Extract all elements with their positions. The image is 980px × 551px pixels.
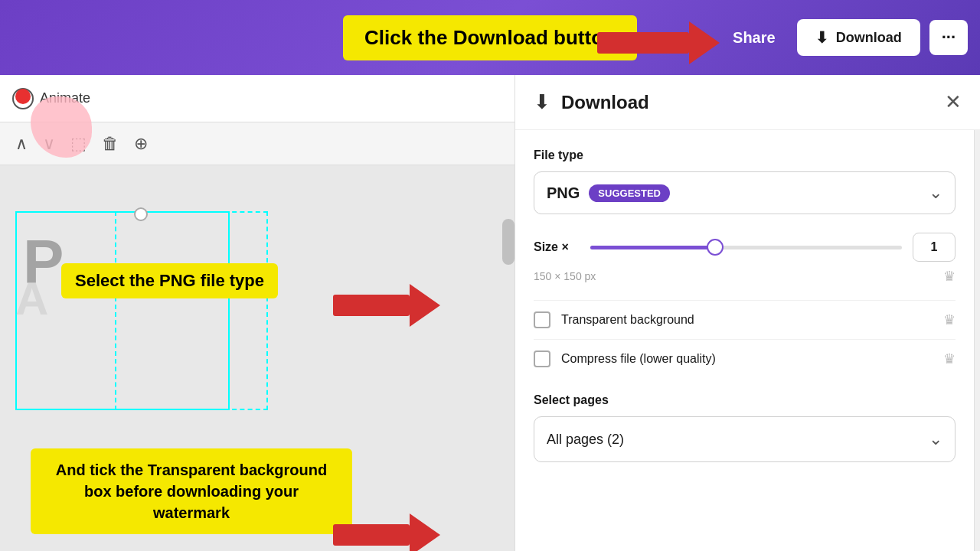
size-slider-track[interactable]: [590, 246, 902, 249]
download-button[interactable]: ⬇ Download: [797, 19, 920, 56]
download-button-label: Download: [836, 30, 902, 46]
compress-crown-icon: ♛: [943, 350, 956, 367]
file-type-label: File type: [534, 148, 956, 162]
slider-thumb[interactable]: [707, 239, 724, 256]
top-red-arrow: [597, 21, 720, 64]
close-icon[interactable]: ✕: [945, 90, 962, 114]
compress-checkbox-row: Compress file (lower quality) ♛: [534, 339, 956, 378]
size-row: Size × 1: [534, 233, 956, 262]
design-letter-a: A: [15, 272, 48, 325]
callout-transparent: And tick the Transparent background box …: [31, 448, 352, 534]
png-arrow-body: [333, 295, 410, 316]
circle-handle[interactable]: [134, 207, 148, 221]
top-bar: Click the Download button Share ⬇ Downlo…: [0, 0, 980, 75]
size-input[interactable]: 1: [913, 233, 956, 262]
pages-dropdown[interactable]: All pages (2) ⌄: [534, 416, 956, 462]
arrow-png-pointer: [333, 284, 440, 327]
download-icon: ⬇: [815, 28, 828, 47]
arrow-head: [689, 21, 720, 64]
download-header: ⬇ Download ✕: [515, 75, 980, 130]
arrow-transparent-pointer: [333, 514, 440, 551]
arrow-body: [597, 32, 689, 54]
panel-content: File type PNG SUGGESTED ⌄ Size × 1: [515, 130, 980, 551]
design-red-dot: [15, 89, 31, 104]
scroll-thumb[interactable]: [502, 219, 514, 265]
transparent-checkbox[interactable]: [534, 311, 550, 328]
share-button[interactable]: Share: [720, 21, 788, 54]
pages-chevron-icon: ⌄: [929, 429, 942, 449]
right-panel: ⬇ Download ✕ File type PNG SUGGESTED ⌄: [514, 75, 980, 551]
panel-inner: File type PNG SUGGESTED ⌄ Size × 1: [515, 130, 974, 551]
transparent-arrow-head: [410, 514, 440, 551]
compress-checkbox[interactable]: [534, 350, 550, 367]
callout-png: Select the PNG file type: [61, 263, 278, 298]
px-value: 150 × 150 px: [534, 270, 596, 282]
download-panel-icon: ⬇: [534, 90, 550, 114]
select-pages-label: Select pages: [534, 393, 956, 407]
transparent-label: Transparent background: [561, 313, 694, 327]
compress-label: Compress file (lower quality): [561, 352, 716, 366]
transparent-arrow-body: [333, 524, 410, 546]
top-bar-right: Share ⬇ Download ···: [720, 19, 968, 56]
download-header-left: ⬇ Download: [534, 90, 649, 114]
png-arrow-head: [410, 284, 440, 327]
px-dimensions: 150 × 150 px ♛: [534, 268, 956, 285]
callout-download-instruction: Click the Download button: [343, 15, 637, 60]
dropdown-left: PNG SUGGESTED: [547, 184, 670, 202]
transparent-crown-icon: ♛: [943, 311, 956, 328]
download-panel-title: Download: [561, 92, 649, 113]
left-panel: ↩ Animate ∧ ∨ ⬚ 🗑 ⊕ P A Select the PNG f…: [0, 75, 514, 551]
file-type-chevron-icon: ⌄: [929, 183, 942, 203]
file-type-dropdown[interactable]: PNG SUGGESTED ⌄: [534, 171, 956, 214]
transparent-checkbox-left: Transparent background: [534, 311, 694, 328]
transparent-checkbox-row: Transparent background ♛: [534, 300, 956, 339]
suggested-badge: SUGGESTED: [589, 184, 670, 202]
second-row: ↩ Animate ∧ ∨ ⬚ 🗑 ⊕ P A Select the PNG f…: [0, 75, 980, 551]
size-label: Size ×: [534, 240, 580, 254]
design-border-dashed: [115, 211, 268, 410]
compress-checkbox-left: Compress file (lower quality): [534, 350, 716, 367]
slider-fill: [590, 246, 715, 249]
add-icon[interactable]: ⊕: [134, 134, 148, 154]
png-value: PNG: [547, 184, 580, 202]
crown-icon: ♛: [943, 268, 956, 285]
all-pages-label: All pages (2): [547, 432, 624, 448]
chevron-up-icon[interactable]: ∧: [15, 134, 28, 154]
panel-scrollbar[interactable]: [974, 130, 980, 551]
delete-icon[interactable]: 🗑: [102, 134, 119, 154]
more-options-button[interactable]: ···: [929, 20, 968, 55]
